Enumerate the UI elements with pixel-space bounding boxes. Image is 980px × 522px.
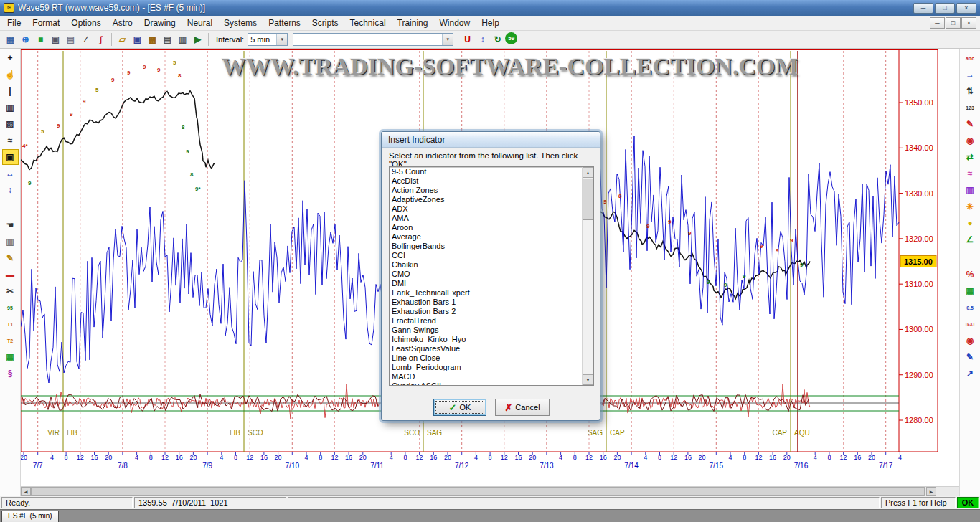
indicator-item-adx[interactable]: ADX <box>390 204 593 214</box>
angles-tool[interactable]: ∠ <box>962 232 979 247</box>
percent-tool[interactable]: % <box>962 267 979 283</box>
histogram-tool[interactable]: ▥ <box>962 182 979 198</box>
indicator-listbox[interactable]: 9-5 CountAccDistAction ZonesAdaptiveZone… <box>389 166 594 386</box>
indicator-item-dmi[interactable]: DMI <box>390 279 593 288</box>
pointer-tool[interactable]: ☚ <box>2 217 19 233</box>
minimize-button[interactable]: ─ <box>913 3 933 14</box>
indicator-item-adaptivezones[interactable]: AdaptiveZones <box>390 195 593 204</box>
elliott-count-tool[interactable]: ⇅ <box>962 83 979 99</box>
nine-five-tool[interactable]: 95 <box>2 300 19 315</box>
trend-arrow-tool[interactable]: ↗ <box>962 366 979 381</box>
eraser-tool[interactable]: ▬ <box>2 267 19 283</box>
chevron-down-icon[interactable]: ▼ <box>442 34 453 45</box>
menu-item-astro[interactable]: Astro <box>107 16 138 29</box>
paintbrush-tool[interactable]: ✎ <box>2 250 19 266</box>
cut-tool[interactable]: ✂ <box>2 283 19 299</box>
anchor-tool[interactable]: § <box>2 366 19 381</box>
chevron-down-icon[interactable]: ▼ <box>276 34 287 45</box>
menu-item-window[interactable]: Window <box>433 16 476 29</box>
mdi-close-button[interactable]: × <box>961 17 976 29</box>
indicator-item-average[interactable]: Average <box>390 232 593 242</box>
template1-tool[interactable]: T1 <box>2 316 19 332</box>
scroll-left-icon[interactable]: ◀ <box>21 487 31 496</box>
menu-item-neural[interactable]: Neural <box>182 16 218 29</box>
draw-pencil-tool[interactable]: ✎ <box>962 349 979 365</box>
expand-horizontal-tool[interactable]: ↔ <box>2 166 19 181</box>
quote-board-icon[interactable]: ■ <box>33 32 48 47</box>
menu-item-training[interactable]: Training <box>392 16 434 29</box>
text-tool[interactable]: abc <box>962 50 979 66</box>
circle-tool[interactable]: ◉ <box>962 133 979 148</box>
text-label-tool[interactable]: TEXT <box>962 316 979 332</box>
hurst-wave-tool[interactable]: ≈ <box>962 166 979 181</box>
trendline-icon[interactable]: ∕ <box>78 32 93 47</box>
indicator-item-chaikin[interactable]: Chaikin <box>390 260 593 270</box>
scurve-icon[interactable]: ∫ <box>93 32 108 47</box>
indicator-item-bollingerbands[interactable]: BollingerBands <box>390 242 593 251</box>
delete-tool[interactable]: ▥ <box>2 234 19 250</box>
arrow-tool[interactable]: → <box>962 67 979 82</box>
indicator-item-leastsquaresvalue[interactable]: LeastSquaresValue <box>390 344 593 353</box>
expand-vertical-tool[interactable]: ↕ <box>2 182 19 198</box>
wave59-logo-icon[interactable]: 59 <box>505 32 517 44</box>
cancel-button[interactable]: ✗ Cancel <box>495 399 550 416</box>
fib-retracement-tool[interactable]: ▥ <box>2 100 19 115</box>
mdi-restore-button[interactable]: □ <box>946 17 961 29</box>
scroll-down-icon[interactable]: ▼ <box>583 374 593 385</box>
scrollbar-thumb[interactable] <box>583 179 593 220</box>
menu-item-drawing[interactable]: Drawing <box>138 16 182 29</box>
menu-item-patterns[interactable]: Patterns <box>263 16 306 29</box>
mdi-minimize-button[interactable]: ─ <box>930 17 945 29</box>
indicator-item-macd[interactable]: MACD <box>390 372 593 381</box>
indicator-item-cci[interactable]: CCI <box>390 251 593 260</box>
hotspot-tool[interactable]: ◉ <box>962 333 979 348</box>
indicator-item-ama[interactable]: AMA <box>390 214 593 223</box>
open-folder-icon[interactable]: ▱ <box>115 32 130 47</box>
menu-item-technical[interactable]: Technical <box>344 16 392 29</box>
menu-item-format[interactable]: Format <box>27 16 65 29</box>
menu-item-help[interactable]: Help <box>476 16 505 29</box>
half-point-tool[interactable]: 0.5 <box>962 300 979 315</box>
indicator-item-action-zones[interactable]: Action Zones <box>390 186 593 195</box>
undo-icon[interactable]: U <box>460 32 475 47</box>
print-preview-icon[interactable]: ▥ <box>175 32 190 47</box>
title-bar[interactable]: ≈ Wave59 RT (www.wave59.com) - [ES #F (5… <box>0 0 980 16</box>
template2-tool[interactable]: T2 <box>2 333 19 348</box>
scrollbar-thumb[interactable] <box>31 487 925 496</box>
indicator-item-ichimoku-kinko-hyo[interactable]: Ichimoku_Kinko_Hyo <box>390 335 593 344</box>
indicator-item-exhaustion-bars-1[interactable]: Exhaustion Bars 1 <box>390 298 593 307</box>
zoom-box-tool[interactable]: ▣ <box>2 149 19 165</box>
indicator-item-lomb-periodogram[interactable]: Lomb_Periodogram <box>390 363 593 372</box>
close-button[interactable]: × <box>956 3 976 14</box>
indicator-item-earik-technicalexpert[interactable]: Earik_TechnicalExpert <box>390 288 593 298</box>
crosshair-tool[interactable]: + <box>2 50 19 66</box>
marker-pen-tool[interactable]: ✎ <box>962 116 979 132</box>
send-icon[interactable]: ▶ <box>190 32 205 47</box>
globe-icon[interactable]: ⊕ <box>18 32 33 47</box>
listbox-scrollbar[interactable]: ▲ ▼ <box>582 167 593 385</box>
scroll-up-icon[interactable]: ▲ <box>583 167 593 178</box>
indicator-item-gann-swings[interactable]: Gann Swings <box>390 326 593 335</box>
indicator-item-fractaltrend[interactable]: FractalTrend <box>390 316 593 326</box>
astro-wheel-tool[interactable]: ☀ <box>962 199 979 214</box>
indicator-item-cmo[interactable]: CMO <box>390 270 593 279</box>
grid-green-tool[interactable]: ▦ <box>962 283 979 299</box>
indicator-item-line-on-close[interactable]: Line on Close <box>390 353 593 363</box>
indicator-item-exhaustion-bars-2[interactable]: Exhaustion Bars 2 <box>390 307 593 316</box>
swap-tool[interactable]: ⇄ <box>962 149 979 165</box>
new-chart-icon[interactable]: ▦ <box>3 32 18 47</box>
ok-button[interactable]: ✓ OK <box>433 399 486 416</box>
save-icon[interactable]: ▣ <box>130 32 145 47</box>
grid-page-icon[interactable]: ▤ <box>63 32 78 47</box>
menu-item-scripts[interactable]: Scripts <box>306 16 344 29</box>
symbol-combobox[interactable]: ▼ <box>293 33 453 46</box>
chart-horizontal-scrollbar[interactable]: ◀ ▶ <box>21 486 959 496</box>
indicator-item-9-5-count[interactable]: 9-5 Count <box>390 167 593 176</box>
interval-select[interactable]: 5 min ▼ <box>248 33 288 46</box>
fib-time-tool[interactable]: ▨ <box>2 116 19 132</box>
menu-item-systems[interactable]: Systems <box>218 16 263 29</box>
vertical-scale-icon[interactable]: ↕ <box>475 32 490 47</box>
tab-es-5min[interactable]: ES #F (5 min) <box>1 511 59 522</box>
menu-item-options[interactable]: Options <box>65 16 106 29</box>
indicator-item-accdist[interactable]: AccDist <box>390 176 593 186</box>
